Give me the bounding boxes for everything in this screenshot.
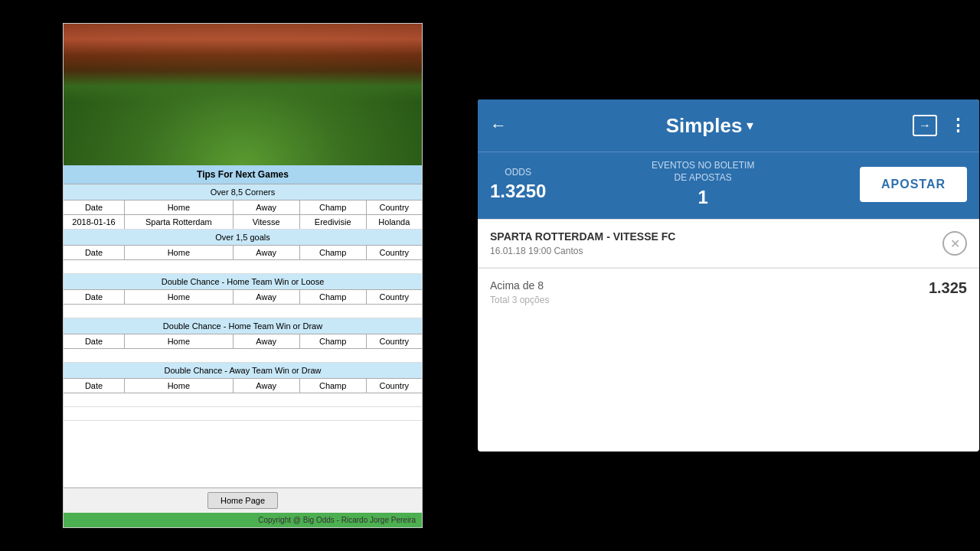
table-header-dc3: Date Home Away Champ Country bbox=[64, 379, 422, 393]
col-home-4: Home bbox=[125, 334, 234, 348]
col-away: Away bbox=[234, 201, 300, 214]
col-home-3: Home bbox=[125, 290, 234, 304]
home-page-button[interactable]: Home Page bbox=[207, 492, 278, 509]
col-home-5: Home bbox=[125, 379, 234, 393]
subsection-corners: Over 8,5 Corners bbox=[64, 184, 422, 201]
col-country: Country bbox=[367, 201, 422, 214]
odds-bar: ODDS 1.3250 EVENTOS NO BOLETIMDE APOSTAS… bbox=[478, 152, 979, 219]
cell-away: Vitesse bbox=[234, 215, 300, 229]
apostar-button[interactable]: APOSTAR bbox=[860, 167, 967, 202]
header-title-area: Simples ▾ bbox=[666, 114, 754, 138]
table-header-dc1: Date Home Away Champ Country bbox=[64, 290, 422, 305]
cell-date: 2018-01-16 bbox=[64, 215, 125, 229]
col-champ-2: Champ bbox=[300, 246, 367, 259]
empty-row-2 bbox=[64, 305, 422, 318]
section-title: Tips For Next Games bbox=[64, 165, 422, 184]
exit-icon[interactable] bbox=[913, 115, 937, 136]
match-subtitle: 16.01.18 19:00 Cantos bbox=[490, 246, 942, 256]
col-date: Date bbox=[64, 201, 125, 214]
col-date-3: Date bbox=[64, 290, 125, 304]
table-header-corners: Date Home Away Champ Country bbox=[64, 201, 422, 215]
col-away-2: Away bbox=[234, 246, 300, 259]
remove-match-button[interactable]: ✕ bbox=[942, 231, 967, 256]
subsection-dc3: Double Chance - Away Team Win or Draw bbox=[64, 363, 422, 379]
col-date-4: Date bbox=[64, 334, 125, 348]
bet-details: Acima de 8 Total 3 opções 1.325 bbox=[478, 269, 979, 316]
col-away-3: Away bbox=[234, 290, 300, 304]
col-champ-4: Champ bbox=[300, 334, 367, 348]
subsection-goals: Over 1,5 goals bbox=[64, 230, 422, 246]
back-arrow[interactable]: ← bbox=[490, 116, 507, 135]
content-area: Tips For Next Games Over 8,5 Corners Dat… bbox=[64, 165, 422, 527]
table-header-dc2: Date Home Away Champ Country bbox=[64, 334, 422, 349]
odds-section: ODDS 1.3250 bbox=[490, 167, 546, 202]
col-champ-3: Champ bbox=[300, 290, 367, 304]
left-panel: Tips For Next Games Over 8,5 Corners Dat… bbox=[63, 23, 423, 528]
header-title: Simples bbox=[666, 114, 743, 138]
home-page-area: Home Page bbox=[64, 487, 422, 513]
stadium-image bbox=[64, 24, 422, 165]
col-away-4: Away bbox=[234, 334, 300, 348]
more-options-icon[interactable]: ⋮ bbox=[949, 116, 967, 135]
col-home: Home bbox=[125, 201, 234, 214]
col-country-3: Country bbox=[367, 290, 422, 304]
col-country-5: Country bbox=[367, 379, 422, 393]
bet-odds: 1.325 bbox=[929, 279, 967, 297]
cell-country: Holanda bbox=[367, 215, 422, 229]
copyright-bar: Copyright @ Big Odds - Ricardo Jorge Per… bbox=[64, 513, 422, 527]
empty-row-5 bbox=[64, 407, 422, 421]
match-title: SPARTA ROTTERDAM - VITESSE FC bbox=[490, 230, 942, 243]
empty-row-4 bbox=[64, 393, 422, 407]
right-panel: ← Simples ▾ ⋮ ODDS 1.3250 EVENTOS NO BOL… bbox=[478, 99, 979, 452]
betting-header: ← Simples ▾ ⋮ bbox=[478, 99, 979, 152]
col-champ: Champ bbox=[300, 201, 367, 214]
bet-type: Acima de 8 Total 3 opções bbox=[490, 279, 549, 305]
bet-name: Acima de 8 bbox=[490, 279, 549, 292]
eventos-label: EVENTOS NO BOLETIMDE APOSTAS bbox=[652, 160, 754, 184]
dropdown-arrow-icon[interactable]: ▾ bbox=[746, 117, 753, 134]
header-icons: ⋮ bbox=[913, 115, 967, 136]
bet-options: Total 3 opções bbox=[490, 295, 549, 305]
empty-row-1 bbox=[64, 260, 422, 274]
match-info: SPARTA ROTTERDAM - VITESSE FC 16.01.18 1… bbox=[490, 230, 942, 256]
col-date-5: Date bbox=[64, 379, 125, 393]
odds-label: ODDS bbox=[505, 167, 531, 178]
eventos-value: 1 bbox=[698, 187, 708, 208]
col-country-2: Country bbox=[367, 246, 422, 259]
col-home-2: Home bbox=[125, 246, 234, 259]
empty-row-3 bbox=[64, 349, 422, 363]
subsection-dc1: Double Chance - Home Team Win or Loose bbox=[64, 274, 422, 290]
col-champ-5: Champ bbox=[300, 379, 367, 393]
col-country-4: Country bbox=[367, 334, 422, 348]
table-row: 2018-01-16 Sparta Rotterdam Vitesse Ered… bbox=[64, 215, 422, 230]
table-header-goals: Date Home Away Champ Country bbox=[64, 246, 422, 260]
eventos-section: EVENTOS NO BOLETIMDE APOSTAS 1 bbox=[652, 160, 754, 208]
col-date-2: Date bbox=[64, 246, 125, 259]
match-card: SPARTA ROTTERDAM - VITESSE FC 16.01.18 1… bbox=[478, 220, 979, 268]
cell-champ: Eredivisie bbox=[300, 215, 367, 229]
cell-home: Sparta Rotterdam bbox=[125, 215, 234, 229]
subsection-dc2: Double Chance - Home Team Win or Draw bbox=[64, 318, 422, 334]
col-away-5: Away bbox=[234, 379, 300, 393]
odds-value: 1.3250 bbox=[490, 181, 546, 202]
